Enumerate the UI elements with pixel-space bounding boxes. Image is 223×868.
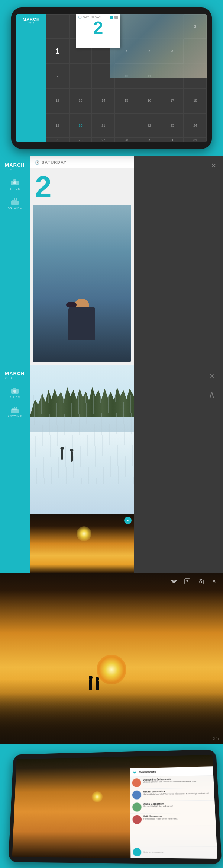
chevron-down-button[interactable]: ∨ bbox=[202, 768, 210, 774]
day-detail-popup: 🕐 SATURDAY 2 bbox=[76, 14, 120, 48]
figure-1 bbox=[89, 679, 92, 690]
camera-fullphoto-button[interactable] bbox=[195, 576, 206, 587]
cal-day-8[interactable]: 8 bbox=[69, 64, 92, 88]
sunset-photo-thumb[interactable]: ♥ bbox=[30, 514, 134, 573]
svg-rect-5 bbox=[14, 200, 16, 201]
comment-text-2: Haha alltså, bra bild! Var var ni nånsta… bbox=[143, 792, 212, 796]
photo-counter: 3/5 bbox=[213, 737, 219, 741]
birthday-icon-2 bbox=[10, 406, 20, 414]
ipad-calendar-section: MARCH 2013 3 1 4 5 6 bbox=[0, 0, 223, 156]
sidebar-birthday-group[interactable]: ANTOINE bbox=[8, 198, 22, 209]
cal-day-1[interactable]: 1 bbox=[46, 39, 69, 63]
cal-day-27[interactable]: 27 bbox=[92, 138, 115, 142]
cal-day-28[interactable]: 28 bbox=[115, 138, 138, 142]
svg-point-11 bbox=[13, 390, 16, 393]
photos-sidebar-pics[interactable]: 5 PICS bbox=[10, 387, 20, 399]
birthday-icon bbox=[10, 198, 20, 205]
comment-item: Erik Svensson Fantastiskt! Hade velat va… bbox=[130, 813, 216, 826]
sunset-scene bbox=[0, 573, 223, 744]
clock-icon-detail: 🕐 bbox=[35, 160, 39, 165]
cal-day-25[interactable]: 25 bbox=[46, 138, 69, 142]
calendar-grid[interactable]: 3 1 4 5 6 7 8 9 10 11 12 13 14 15 16 bbox=[46, 14, 207, 142]
cal-day-6[interactable]: 6 bbox=[161, 39, 184, 63]
photos-sidebar-birthday[interactable]: ANTOINE bbox=[8, 406, 22, 418]
close-fullphoto-button[interactable]: × bbox=[209, 576, 219, 587]
cal-day-15[interactable]: 15 bbox=[115, 88, 138, 113]
cal-day-24[interactable]: 24 bbox=[184, 113, 207, 138]
footer-avatar bbox=[133, 848, 141, 856]
comment-text-3: Åh vad härligt! Jag saknar er! bbox=[143, 805, 213, 808]
close-button-2[interactable]: × bbox=[204, 368, 219, 383]
photos-grid-section: MARCH 2013 5 PICS bbox=[0, 365, 223, 573]
cal-day-3[interactable]: 3 bbox=[184, 14, 207, 39]
cal-day-14[interactable]: 14 bbox=[92, 88, 115, 113]
cal-day-19[interactable]: 19 bbox=[46, 113, 69, 138]
avatar-1 bbox=[132, 778, 141, 787]
cal-day-26[interactable]: 26 bbox=[69, 138, 92, 142]
skier-figures bbox=[61, 449, 73, 462]
avatar-4 bbox=[132, 815, 142, 824]
share-button[interactable] bbox=[182, 576, 193, 587]
cal-day-31[interactable]: 31 bbox=[184, 138, 207, 142]
heart-button[interactable] bbox=[169, 576, 179, 587]
up-button[interactable]: ∧ bbox=[204, 387, 219, 402]
cal-day-7[interactable]: 7 bbox=[46, 64, 69, 88]
ipad-screen-1: MARCH 2013 3 1 4 5 6 bbox=[16, 14, 207, 142]
photos-sidebar: MARCH 2013 5 PICS bbox=[0, 365, 30, 573]
chevron-up-icon: ∧ bbox=[209, 389, 215, 400]
comments-footer: Skriv en kommentar... bbox=[130, 846, 217, 859]
ipad-frame-1: MARCH 2013 3 1 4 5 6 bbox=[11, 7, 212, 149]
pics-label: 5 PICS bbox=[10, 188, 20, 190]
chevron-down-icon-comments: ∨ bbox=[205, 769, 208, 773]
detail-month: MARCH bbox=[5, 162, 25, 168]
cal-day-empty bbox=[115, 113, 138, 138]
svg-rect-15 bbox=[14, 408, 16, 410]
cal-day-13[interactable]: 13 bbox=[69, 88, 92, 113]
cal-day-16[interactable]: 16 bbox=[138, 88, 161, 113]
svg-rect-2 bbox=[13, 179, 16, 181]
svg-rect-16 bbox=[16, 408, 17, 410]
camera-icon-2 bbox=[10, 387, 20, 395]
photos-birthday-label: ANTOINE bbox=[8, 415, 22, 418]
svg-rect-12 bbox=[13, 388, 16, 389]
sidebar-pics-group[interactable]: 5 PICS bbox=[10, 179, 20, 190]
heart-icon: ♥ bbox=[127, 518, 129, 522]
avatar-3 bbox=[132, 802, 142, 811]
detail-year: 2013 bbox=[5, 168, 25, 171]
comments-panel: Comments ∨ Josephine Johansson Underbart… bbox=[130, 766, 217, 859]
calendar-sidebar: MARCH 2013 bbox=[16, 14, 46, 142]
ski-tracks bbox=[30, 395, 134, 484]
detail-sidebar: MARCH 2013 5 PICS bbox=[0, 156, 30, 365]
cal-day-21[interactable]: 21 bbox=[92, 113, 115, 138]
close-button[interactable]: × bbox=[208, 160, 219, 171]
ipad-screen-2: Comments ∨ Josephine Johansson Underbart… bbox=[12, 755, 217, 859]
cal-day-5[interactable]: 5 bbox=[138, 39, 161, 63]
cal-day-20[interactable]: 20 bbox=[69, 113, 92, 138]
detail-day-label: SATURDAY bbox=[42, 160, 67, 165]
camera-icon bbox=[10, 179, 20, 186]
cal-day-30[interactable]: 30 bbox=[161, 138, 184, 142]
ipad-frame-2: Comments ∨ Josephine Johansson Underbart… bbox=[8, 750, 222, 864]
cal-day-23[interactable]: 23 bbox=[161, 113, 184, 138]
sidebar-year: 2013 bbox=[28, 22, 34, 25]
comment-block-1: Josephine Johansson Underbart foto! Ser … bbox=[143, 777, 212, 787]
photos-grid-content: ♥ bbox=[30, 365, 134, 573]
cal-day-18[interactable]: 18 bbox=[184, 88, 207, 113]
figure-2 bbox=[96, 680, 99, 690]
cal-day-22[interactable]: 22 bbox=[138, 113, 161, 138]
comment-block-4: Erik Svensson Fantastiskt! Hade velat va… bbox=[143, 815, 213, 824]
comment-text-4: Fantastiskt! Hade velat vara med. bbox=[143, 817, 213, 821]
skiing-photo[interactable] bbox=[30, 365, 134, 514]
photos-pics-label: 5 PICS bbox=[10, 396, 20, 399]
photos-right-panel: × ∧ bbox=[134, 365, 223, 573]
detail-header: 🕐 SATURDAY bbox=[30, 156, 134, 168]
sidebar-month: MARCH bbox=[23, 17, 40, 22]
heart-icon-comments bbox=[133, 770, 136, 774]
cal-day-12[interactable]: 12 bbox=[46, 88, 69, 113]
cal-day-17[interactable]: 17 bbox=[161, 88, 184, 113]
comment-block-3: Anna Bergström Åh vad härligt! Jag sakna… bbox=[143, 802, 213, 812]
comment-item: Josephine Johansson Underbart foto! Ser … bbox=[130, 776, 214, 789]
comments-header: Comments ∨ bbox=[130, 766, 213, 777]
ipad-comments-section: Comments ∨ Josephine Johansson Underbart… bbox=[0, 744, 223, 868]
cal-day-29[interactable]: 29 bbox=[138, 138, 161, 142]
